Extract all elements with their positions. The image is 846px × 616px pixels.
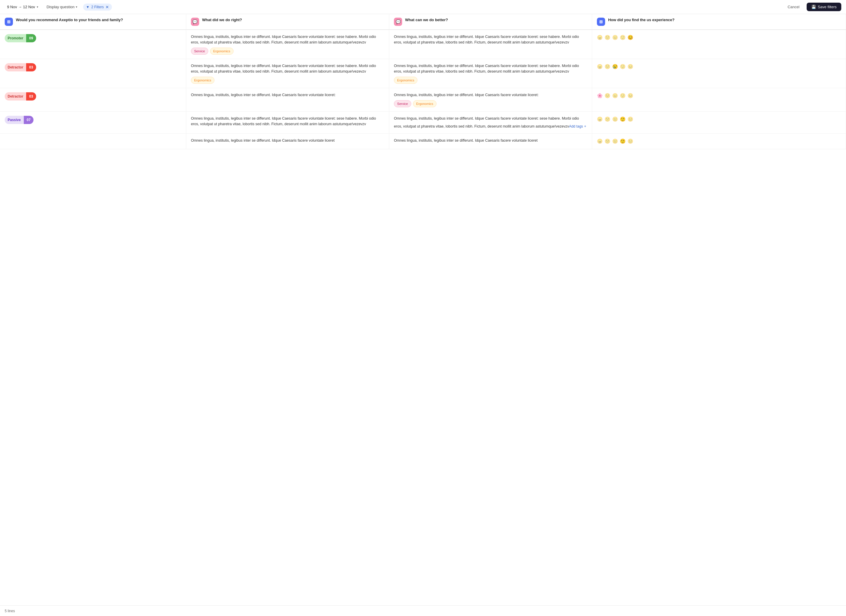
- chat-icon: 💬: [394, 18, 402, 26]
- row-score: 03: [26, 63, 36, 71]
- emoji-option[interactable]: 😕: [605, 92, 610, 99]
- emoji-option[interactable]: 😊: [627, 34, 633, 41]
- better-text: Omnes lingua, institutis, legibus inter …: [394, 93, 538, 97]
- row-label: Detractor 03: [5, 63, 36, 71]
- row-score: 07: [24, 116, 34, 124]
- emoji-option[interactable]: 😠: [597, 34, 603, 41]
- grid-icon: ⊞: [597, 18, 605, 26]
- row-score: 03: [26, 92, 36, 100]
- experience-cell: 😠😕😐🙂😊: [592, 30, 846, 59]
- emoji-option[interactable]: 😐: [612, 92, 618, 99]
- tag[interactable]: Ergonomics: [210, 48, 234, 55]
- emoji-option[interactable]: 🙂: [620, 138, 626, 145]
- filter-icon: ▼: [86, 5, 90, 9]
- experience-cell: 🌸😕😐🙂😐: [592, 88, 846, 112]
- tag[interactable]: Ergonomics: [191, 77, 214, 84]
- right-text: Omnes lingua, institutis, legibus inter …: [191, 35, 376, 44]
- table-row: Detractor 03 Omnes lingua, institutis, l…: [0, 59, 846, 88]
- tag[interactable]: Service: [394, 100, 411, 107]
- table-header-row: ⊞ Would you recommend Axeptio to your fr…: [0, 14, 846, 30]
- tag[interactable]: Ergonomics: [394, 77, 417, 84]
- lines-count: 5 lines: [5, 609, 15, 613]
- save-filters-button[interactable]: 💾 Save filters: [806, 3, 841, 11]
- col-header-right: 💬 What did we do right?: [186, 14, 389, 30]
- col-header-nps: ⊞ Would you recommend Axeptio to your fr…: [0, 14, 186, 30]
- table-row: Detractor 03 Omnes lingua, institutis, l…: [0, 88, 846, 112]
- emoji-option[interactable]: 😢: [612, 63, 618, 70]
- header: 9 Nov → 12 Nov ▾ Display question ▾ ▼ 2 …: [0, 0, 846, 14]
- chat-icon: 💬: [191, 18, 199, 26]
- col-header-experience: ⊞ How did you find the us experience?: [592, 14, 846, 30]
- emoji-option[interactable]: 😐: [627, 116, 633, 123]
- emoji-option[interactable]: 😕: [605, 138, 610, 145]
- emoji-option[interactable]: 🙂: [620, 116, 626, 123]
- right-tags: Ergonomics: [191, 77, 384, 84]
- row-label: Passive 07: [5, 116, 34, 124]
- nps-cell: Detractor 03: [0, 59, 186, 88]
- emoji-rating: 🌸😕😐🙂😐: [597, 92, 841, 99]
- experience-cell: 😠😕😐🙂😐: [592, 134, 846, 149]
- right-text: Omnes lingua, institutis, legibus inter …: [191, 64, 376, 74]
- display-question-selector[interactable]: Display question ▾: [44, 3, 79, 10]
- better-cell: Omnes lingua, institutis, legibus inter …: [389, 134, 592, 149]
- right-cell: Omnes lingua, institutis, legibus inter …: [186, 59, 389, 88]
- chevron-down-icon: ▾: [76, 5, 77, 9]
- nps-cell: [0, 134, 186, 149]
- responses-table: ⊞ Would you recommend Axeptio to your fr…: [0, 14, 846, 149]
- tag[interactable]: Ergonomics: [413, 100, 436, 107]
- emoji-rating: 😠😕😐🙂😐: [597, 138, 841, 145]
- table-row: Omnes lingua, institutis, legibus inter …: [0, 134, 846, 149]
- emoji-option[interactable]: 😐: [612, 116, 618, 123]
- better-text: Omnes lingua, institutis, legibus inter …: [394, 64, 579, 74]
- experience-cell: 😠😕😐🙂😐: [592, 112, 846, 134]
- table-body: Promoter 09 Omnes lingua, institutis, le…: [0, 30, 846, 149]
- add-tags-button[interactable]: Add tags +: [569, 124, 586, 129]
- emoji-option[interactable]: 🙂: [620, 92, 626, 99]
- emoji-option[interactable]: 😕: [605, 63, 610, 70]
- better-cell: Omnes lingua, institutis, legibus inter …: [389, 30, 592, 59]
- better-tags: Ergonomics: [394, 77, 587, 84]
- emoji-option[interactable]: 😐: [612, 138, 618, 145]
- cancel-button[interactable]: Cancel: [784, 3, 803, 11]
- emoji-rating: 😠😕😐🙂😊: [597, 34, 841, 41]
- table-container: ⊞ Would you recommend Axeptio to your fr…: [0, 14, 846, 606]
- right-text: Omnes lingua, institutis, legibus inter …: [191, 93, 335, 97]
- experience-cell: 😠😕😢🙂😐: [592, 59, 846, 88]
- tag[interactable]: Service: [191, 48, 208, 55]
- better-cell: Omnes lingua, institutis, legibus inter …: [389, 88, 592, 112]
- emoji-option[interactable]: 😕: [605, 34, 610, 41]
- emoji-option[interactable]: 😠: [597, 138, 603, 145]
- close-filter-icon[interactable]: ✕: [106, 5, 109, 9]
- footer: 5 lines: [0, 606, 846, 616]
- emoji-option[interactable]: 😐: [627, 92, 633, 99]
- table-row: Promoter 09 Omnes lingua, institutis, le…: [0, 30, 846, 59]
- filter-count-label: 2 Filters: [91, 5, 104, 9]
- emoji-option[interactable]: 😠: [597, 116, 603, 123]
- filter-badge[interactable]: ▼ 2 Filters ✕: [83, 3, 112, 10]
- emoji-option[interactable]: 😐: [612, 34, 618, 41]
- emoji-option[interactable]: 😐: [627, 63, 633, 70]
- emoji-option[interactable]: 🙂: [620, 34, 626, 41]
- row-label-text: Detractor: [5, 92, 26, 100]
- chevron-down-icon: ▾: [37, 5, 38, 9]
- emoji-rating: 😠😕😢🙂😐: [597, 63, 841, 70]
- row-label-text: Passive: [5, 116, 24, 124]
- emoji-option[interactable]: 😕: [605, 116, 610, 123]
- emoji-option[interactable]: 🙂: [620, 63, 626, 70]
- nps-cell: Promoter 09: [0, 30, 186, 59]
- row-label-text: Detractor: [5, 63, 26, 71]
- emoji-option[interactable]: 😠: [597, 63, 603, 70]
- right-cell: Omnes lingua, institutis, legibus inter …: [186, 30, 389, 59]
- right-tags: ServiceErgonomics: [191, 48, 384, 55]
- better-text: Omnes lingua, institutis, legibus inter …: [394, 116, 579, 128]
- date-range-selector[interactable]: 9 Nov → 12 Nov ▾: [5, 3, 41, 10]
- save-icon: 💾: [811, 5, 816, 9]
- display-question-label: Display question: [46, 5, 74, 9]
- emoji-option[interactable]: 😐: [627, 138, 633, 145]
- date-range-text: 9 Nov → 12 Nov: [7, 5, 35, 9]
- nps-cell: Passive 07: [0, 112, 186, 134]
- better-tags: ServiceErgonomics: [394, 100, 587, 107]
- row-label-text: Promoter: [5, 34, 26, 42]
- emoji-option[interactable]: 🌸: [597, 92, 603, 99]
- row-label: Detractor 03: [5, 92, 36, 100]
